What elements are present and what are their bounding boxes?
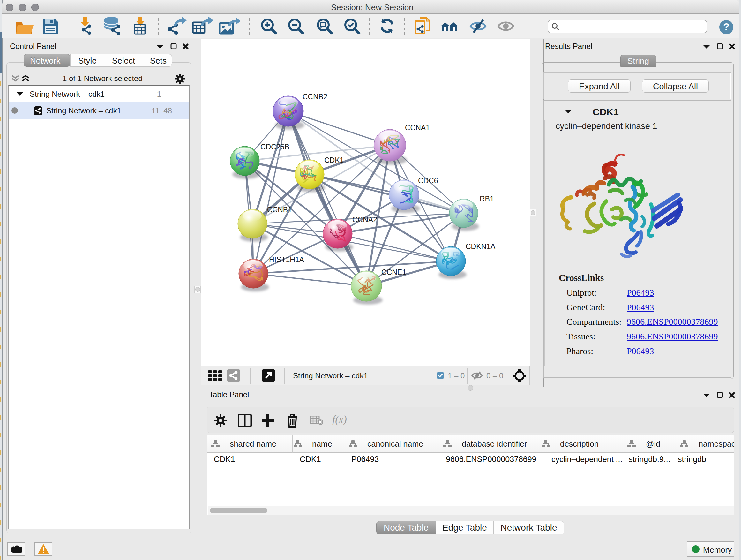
svg-text:CDK1: CDK1 — [324, 156, 344, 165]
svg-text:CDC25B: CDC25B — [260, 143, 289, 151]
svg-text:CDKN1A: CDKN1A — [466, 242, 495, 251]
svg-text:CDC6: CDC6 — [418, 177, 438, 185]
svg-text:RB1: RB1 — [480, 195, 494, 203]
svg-text:CCNA2: CCNA2 — [352, 215, 377, 224]
svg-text:HIST1H1A: HIST1H1A — [269, 255, 305, 264]
svg-text:CCNB2: CCNB2 — [302, 92, 327, 101]
svg-text:CCNA1: CCNA1 — [405, 124, 430, 132]
svg-text:?: ? — [723, 21, 730, 33]
svg-text:CCNB1: CCNB1 — [267, 206, 292, 214]
svg-text:CCNE1: CCNE1 — [381, 268, 406, 276]
